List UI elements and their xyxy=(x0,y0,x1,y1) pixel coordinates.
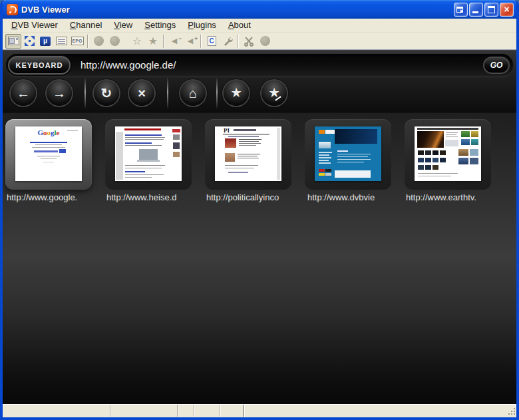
record-button-a[interactable] xyxy=(90,34,106,49)
thumbnail-page-dvbviewer xyxy=(315,126,381,181)
minimize-button[interactable] xyxy=(469,3,483,17)
star-icon: ★ xyxy=(148,36,158,47)
thumbnail-label-google: http://www.google. xyxy=(7,192,77,204)
tv-window-icon xyxy=(8,37,19,45)
statusbar-panel xyxy=(3,405,110,417)
minimize-icon xyxy=(472,11,478,13)
star-outline-icon: ☆ xyxy=(132,36,142,47)
window-title: DVB Viewer xyxy=(21,5,454,15)
thumbnail-page-google: Google xyxy=(15,126,82,181)
titlebar[interactable]: DVB Viewer × xyxy=(3,0,516,19)
statusbar xyxy=(3,404,516,417)
menu-view[interactable]: View xyxy=(108,19,138,32)
address-input[interactable]: http://www.google.de/ xyxy=(81,54,176,77)
go-button[interactable]: GO xyxy=(483,57,510,74)
fullscreen-button[interactable] xyxy=(21,34,37,49)
thumbnail-label-dvbviewer: http://www.dvbvie xyxy=(307,192,375,204)
volume-up-button[interactable]: ◀+ xyxy=(182,34,198,49)
stop-button[interactable]: × xyxy=(129,81,154,106)
thumbnail-page-politically-incorrect: PI xyxy=(215,126,281,181)
thumbnail-heise[interactable] xyxy=(105,119,192,190)
maximize-icon xyxy=(488,6,495,13)
favorites-button[interactable]: ★ xyxy=(224,81,249,106)
statusbar-panel xyxy=(110,405,178,417)
dvb-viewer-window: DVB Viewer × DVB Viewer Channel View Set… xyxy=(0,0,519,420)
google-logo: Google xyxy=(15,129,82,136)
toolbar-separator xyxy=(87,35,88,48)
toolbar-separator xyxy=(200,35,202,48)
browser-content-area: KEYBOARD http://www.google.de/ GO ← → ↻ … xyxy=(3,50,516,404)
nav-separator xyxy=(167,78,168,108)
speaker-minus-icon: ◀− xyxy=(172,37,177,45)
back-button[interactable]: ← xyxy=(11,81,36,106)
display-window-button[interactable] xyxy=(5,34,21,49)
statusbar-panel xyxy=(220,405,244,417)
menu-channel[interactable]: Channel xyxy=(64,19,108,32)
forward-button[interactable]: → xyxy=(47,81,72,106)
options-button[interactable] xyxy=(220,34,236,49)
menubar: DVB Viewer Channel View Settings Plugins… xyxy=(3,19,516,33)
speaker-plus-icon: ◀+ xyxy=(188,37,193,45)
snapshot-button[interactable] xyxy=(241,34,257,49)
statusbar-panel xyxy=(194,405,220,417)
thumbnail-label-heise: http://www.heise.d xyxy=(106,192,177,204)
menu-plugins[interactable]: Plugins xyxy=(182,19,222,32)
toolbar-separator xyxy=(238,35,239,48)
close-button[interactable]: × xyxy=(500,3,514,17)
record-circle-icon xyxy=(260,36,270,46)
record-circle-icon xyxy=(94,36,104,46)
epg-button[interactable]: EPG xyxy=(69,34,85,49)
refresh-page-button[interactable]: C xyxy=(204,34,220,49)
expand-arrows-icon xyxy=(24,35,35,47)
menu-settings[interactable]: Settings xyxy=(138,19,182,32)
nav-separator xyxy=(85,78,86,108)
epg-icon: EPG xyxy=(71,37,84,45)
volume-down-button[interactable]: ◀− xyxy=(166,34,182,49)
wrench-icon xyxy=(222,36,233,47)
home-button[interactable]: ⌂ xyxy=(180,81,206,106)
thumbnail-politically-incorrect[interactable]: PI xyxy=(205,119,291,190)
refresh-button[interactable]: ↻ xyxy=(94,81,119,106)
page-refresh-icon: C xyxy=(208,36,216,46)
menu-dvb-viewer[interactable]: DVB Viewer xyxy=(5,19,64,32)
record-circle-icon xyxy=(110,36,120,46)
nav-separator xyxy=(216,78,218,108)
thumbnail-google[interactable]: Google xyxy=(5,119,92,190)
thumbnail-label-earthtv: http://www.earthtv. xyxy=(406,192,476,204)
tray-window-icon xyxy=(456,7,463,13)
thumbnail-page-earthtv xyxy=(415,126,481,181)
thumbnail-earthtv[interactable] xyxy=(405,119,491,190)
add-favorite-button[interactable]: ★ xyxy=(261,81,287,106)
scissors-icon xyxy=(244,36,254,47)
minimize-to-tray-button[interactable] xyxy=(454,3,468,17)
toolbar-separator xyxy=(163,35,164,48)
favorites-button[interactable]: ★ xyxy=(145,34,161,49)
thumbnail-dvbviewer[interactable] xyxy=(305,119,391,190)
thumbnail-label-politically-incorrect: http://politicallyinco xyxy=(206,192,279,204)
record-button-b[interactable] xyxy=(106,34,122,49)
maximize-button[interactable] xyxy=(484,3,498,17)
mini-window-button[interactable]: μ xyxy=(37,34,53,49)
titlebar-buttons: × xyxy=(454,3,514,17)
favorites-outline-button[interactable]: ☆ xyxy=(129,34,145,49)
thumbnail-page-heise xyxy=(115,126,182,181)
pi-site-header: PI xyxy=(224,128,230,134)
browser-controls-panel: KEYBOARD http://www.google.de/ GO ← → ↻ … xyxy=(3,50,516,112)
dvbviewer-logo-icon xyxy=(7,4,18,15)
menu-about[interactable]: About xyxy=(222,19,257,32)
osd-button[interactable] xyxy=(53,34,69,49)
osd-window-icon xyxy=(56,37,67,45)
toolbar: μ EPG ☆ ★ ◀− ◀+ C xyxy=(3,33,516,50)
statusbar-panel xyxy=(244,405,244,417)
record-button-c[interactable] xyxy=(257,34,273,49)
keyboard-button[interactable]: KEYBOARD xyxy=(8,56,71,75)
mu-icon: μ xyxy=(40,37,51,46)
statusbar-panel xyxy=(178,405,194,417)
resize-grip[interactable] xyxy=(507,407,516,415)
address-bar: KEYBOARD http://www.google.de/ GO xyxy=(6,54,513,77)
